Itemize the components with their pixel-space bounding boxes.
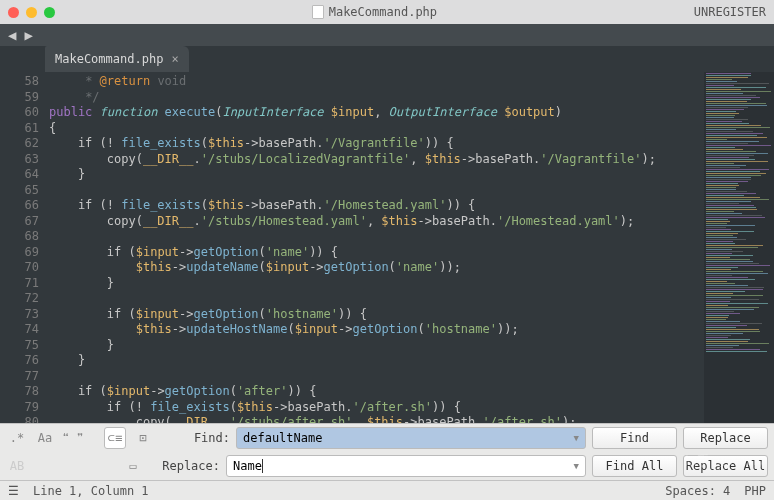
watermark: 知乎 @Wintry bbox=[684, 452, 764, 470]
highlight-toggle[interactable]: AB bbox=[6, 455, 28, 477]
file-icon bbox=[312, 5, 324, 19]
code-area[interactable]: * @return void */public function execute… bbox=[45, 72, 704, 423]
minimize-icon[interactable] bbox=[26, 7, 37, 18]
find-replace-panel: .* Aa ❝ ❞ ⊂≡ ⊡ Find: defaultName▼ Find R… bbox=[0, 423, 774, 480]
chevron-down-icon[interactable]: ▼ bbox=[574, 461, 579, 471]
replace-label: Replace: bbox=[150, 459, 220, 473]
status-bar: ☰ Line 1, Column 1 Spaces: 4 PHP bbox=[0, 480, 774, 500]
find-input[interactable]: defaultName▼ bbox=[236, 427, 586, 449]
in-selection-toggle[interactable]: ⊡ bbox=[132, 427, 154, 449]
language-mode[interactable]: PHP bbox=[744, 484, 766, 498]
tab-close-icon[interactable]: × bbox=[171, 52, 178, 66]
preserve-case-toggle[interactable]: ▭ bbox=[122, 455, 144, 477]
replace-button[interactable]: Replace bbox=[683, 427, 768, 449]
back-icon[interactable]: ◀ bbox=[6, 27, 18, 43]
wrap-toggle[interactable]: ⊂≡ bbox=[104, 427, 126, 449]
toolbar: ◀ ▶ bbox=[0, 24, 774, 46]
titlebar: MakeCommand.php UNREGISTER bbox=[0, 0, 774, 24]
maximize-icon[interactable] bbox=[44, 7, 55, 18]
chevron-down-icon[interactable]: ▼ bbox=[574, 433, 579, 443]
close-icon[interactable] bbox=[8, 7, 19, 18]
whole-word-toggle[interactable]: ❝ ❞ bbox=[62, 427, 84, 449]
find-all-button[interactable]: Find All bbox=[592, 455, 677, 477]
regex-toggle[interactable]: .* bbox=[6, 427, 28, 449]
unregistered-label: UNREGISTER bbox=[694, 5, 766, 19]
traffic-lights[interactable] bbox=[8, 7, 55, 18]
minimap[interactable] bbox=[704, 72, 774, 423]
indent-setting[interactable]: Spaces: 4 bbox=[665, 484, 730, 498]
replace-input[interactable]: Name▼ bbox=[226, 455, 586, 477]
find-button[interactable]: Find bbox=[592, 427, 677, 449]
menu-icon[interactable]: ☰ bbox=[8, 484, 19, 498]
line-gutter: 5859606162636465666768697071727374757677… bbox=[0, 72, 45, 423]
tab-makecommand[interactable]: MakeCommand.php × bbox=[45, 46, 189, 72]
case-toggle[interactable]: Aa bbox=[34, 427, 56, 449]
editor[interactable]: 5859606162636465666768697071727374757677… bbox=[0, 72, 774, 423]
window-title: MakeCommand.php bbox=[329, 5, 437, 19]
tab-bar: MakeCommand.php × bbox=[0, 46, 774, 72]
forward-icon[interactable]: ▶ bbox=[22, 27, 34, 43]
find-label: Find: bbox=[160, 431, 230, 445]
cursor-position[interactable]: Line 1, Column 1 bbox=[33, 484, 149, 498]
